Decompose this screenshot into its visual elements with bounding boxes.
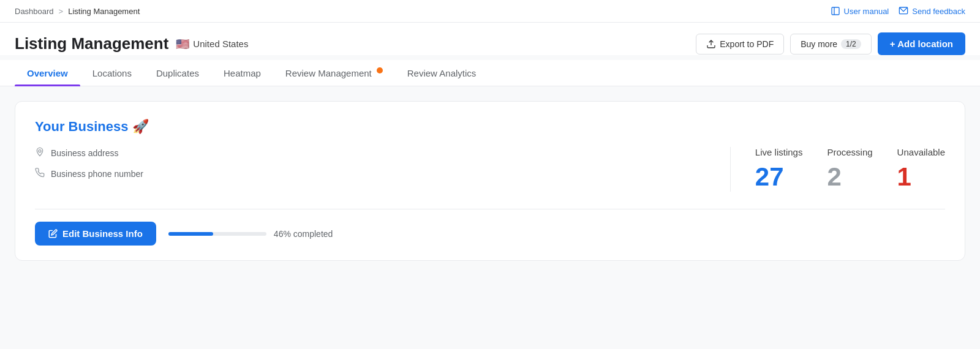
- buy-more-badge: 1/2: [841, 39, 861, 49]
- edit-business-info-button[interactable]: Edit Business Info: [35, 222, 156, 246]
- page-title-area: Listing Management 🇺🇸 United States: [15, 34, 248, 53]
- unavailable-value: 1: [897, 162, 945, 192]
- country-badge: 🇺🇸 United States: [176, 37, 248, 51]
- progress-container: 46% completed: [168, 229, 945, 239]
- phone-item: Business phone number: [35, 168, 710, 180]
- buy-more-button[interactable]: Buy more 1/2: [790, 34, 872, 54]
- processing-label: Processing: [827, 147, 872, 157]
- header-row: Listing Management 🇺🇸 United States Expo…: [0, 23, 980, 55]
- breadcrumb: Dashboard > Listing Management: [15, 7, 140, 16]
- card-footer: Edit Business Info 46% completed: [35, 209, 945, 246]
- processing-value: 2: [827, 162, 872, 192]
- user-manual-link[interactable]: User manual: [831, 6, 889, 16]
- svg-rect-0: [832, 7, 839, 15]
- stats-section: Live listings 27 Processing 2 Unavailabl…: [731, 147, 945, 192]
- feedback-icon: [899, 6, 908, 16]
- progress-bar-fill: [168, 232, 214, 236]
- tab-review-management[interactable]: Review Management: [273, 60, 395, 86]
- tab-duplicates[interactable]: Duplicates: [144, 61, 211, 86]
- export-pdf-button[interactable]: Export to PDF: [696, 34, 784, 54]
- add-location-button[interactable]: + Add location: [878, 32, 965, 55]
- live-listings-label: Live listings: [755, 147, 803, 157]
- business-title: Your Business 🚀: [35, 119, 945, 135]
- breadcrumb-current: Listing Management: [68, 7, 140, 16]
- progress-bar-background: [168, 232, 266, 236]
- tab-heatmap[interactable]: Heatmap: [211, 61, 273, 86]
- flag-icon: 🇺🇸: [176, 37, 189, 51]
- business-details: Business address Business phone number: [35, 147, 731, 192]
- stat-processing: Processing 2: [827, 147, 872, 192]
- breadcrumb-dashboard[interactable]: Dashboard: [15, 7, 54, 16]
- tab-locations[interactable]: Locations: [80, 61, 144, 86]
- page-title: Listing Management: [15, 34, 168, 53]
- unavailable-label: Unavailable: [897, 147, 945, 157]
- tab-review-management-inner: Review Management: [285, 67, 383, 78]
- breadcrumb-separator: >: [59, 7, 64, 16]
- main-content: Your Business 🚀 Business address: [0, 86, 980, 276]
- tab-review-analytics[interactable]: Review Analytics: [395, 61, 489, 86]
- phone-icon: [35, 168, 45, 180]
- header-buttons: Export to PDF Buy more 1/2 + Add locatio…: [696, 32, 965, 55]
- upload-icon: [706, 39, 716, 49]
- location-icon: [35, 147, 45, 159]
- progress-text: 46% completed: [274, 229, 333, 239]
- business-card: Your Business 🚀 Business address: [15, 101, 965, 261]
- business-info-row: Business address Business phone number L…: [35, 147, 945, 192]
- tab-overview[interactable]: Overview: [15, 61, 80, 86]
- top-bar: Dashboard > Listing Management User manu…: [0, 0, 980, 23]
- stat-live-listings: Live listings 27: [755, 147, 803, 192]
- book-icon: [831, 6, 840, 16]
- address-item: Business address: [35, 147, 710, 159]
- svg-point-4: [39, 150, 41, 152]
- pencil-icon: [48, 229, 58, 238]
- send-feedback-link[interactable]: Send feedback: [899, 6, 965, 16]
- stat-unavailable: Unavailable 1: [897, 147, 945, 192]
- notification-dot: [377, 67, 383, 73]
- tabs-row: Overview Locations Duplicates Heatmap Re…: [0, 60, 980, 86]
- top-actions: User manual Send feedback: [831, 6, 965, 16]
- live-listings-value: 27: [755, 162, 803, 192]
- country-name: United States: [193, 39, 248, 49]
